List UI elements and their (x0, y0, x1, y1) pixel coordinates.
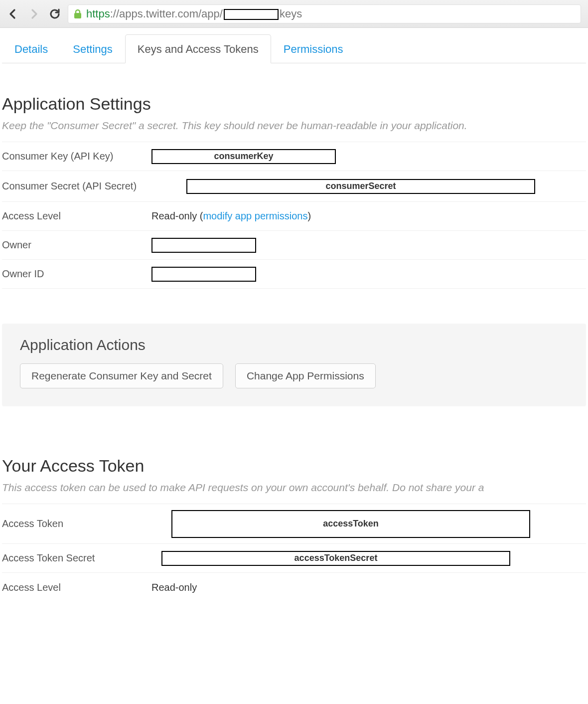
access-token-table: Access Token accessToken Access Token Se… (2, 504, 586, 602)
address-bar[interactable]: https://apps.twitter.com/app/keys (68, 4, 581, 23)
value-token-access-level: Read-only (151, 582, 586, 593)
tab-permissions[interactable]: Permissions (271, 34, 356, 63)
row-access-token: Access Token accessToken (2, 504, 586, 544)
application-settings-subtext: Keep the "Consumer Secret" a secret. Thi… (2, 120, 586, 132)
forward-icon[interactable] (28, 8, 40, 20)
row-token-access-level: Access Level Read-only (2, 573, 586, 602)
value-consumer-secret: consumerSecret (186, 179, 535, 194)
lock-icon (73, 9, 82, 19)
label-access-token: Access Token (2, 518, 171, 529)
label-token-access-level: Access Level (2, 582, 151, 593)
tab-details[interactable]: Details (2, 34, 60, 63)
access-level-text: Read-only ( (151, 210, 203, 222)
row-owner-id: Owner ID (2, 260, 586, 289)
value-access-token-secret: accessTokenSecret (161, 551, 510, 566)
row-access-level: Access Level Read-only (modify app permi… (2, 202, 586, 231)
access-token-section: Your Access Token This access token can … (2, 456, 586, 602)
regenerate-consumer-key-button[interactable]: Regenerate Consumer Key and Secret (20, 363, 223, 388)
label-access-level: Access Level (2, 210, 151, 222)
label-owner-id: Owner ID (2, 268, 151, 280)
url-prefix: ://apps.twitter.com/app/ (110, 7, 223, 20)
value-owner-id (151, 267, 256, 282)
svg-rect-0 (74, 13, 81, 18)
back-icon[interactable] (7, 8, 19, 20)
access-level-suffix: ) (307, 210, 311, 222)
application-settings-heading: Application Settings (2, 94, 586, 114)
value-owner (151, 238, 256, 253)
label-owner: Owner (2, 239, 151, 251)
application-settings-section: Application Settings Keep the "Consumer … (2, 94, 586, 406)
browser-chrome: https://apps.twitter.com/app/keys (0, 0, 588, 28)
tab-keys[interactable]: Keys and Access Tokens (125, 34, 271, 63)
row-consumer-key: Consumer Key (API Key) consumerKey (2, 142, 586, 171)
url-text: https://apps.twitter.com/app/keys (86, 7, 302, 20)
change-app-permissions-button[interactable]: Change App Permissions (235, 363, 376, 388)
application-actions-panel: Application Actions Regenerate Consumer … (2, 324, 586, 406)
application-actions-heading: Application Actions (20, 337, 568, 353)
tab-settings[interactable]: Settings (60, 34, 125, 63)
url-scheme: https (86, 7, 110, 20)
row-access-token-secret: Access Token Secret accessTokenSecret (2, 544, 586, 573)
value-access-level: Read-only (modify app permissions) (151, 210, 586, 222)
browser-nav (7, 8, 61, 20)
modify-app-permissions-link[interactable]: modify app permissions (203, 210, 307, 222)
access-token-subtext: This access token can be used to make AP… (2, 482, 586, 494)
value-consumer-key: consumerKey (151, 149, 336, 164)
label-consumer-secret: Consumer Secret (API Secret) (2, 180, 186, 192)
value-access-token: accessToken (171, 510, 530, 538)
url-redacted-app-id (224, 9, 279, 20)
url-suffix: keys (280, 7, 302, 20)
label-consumer-key: Consumer Key (API Key) (2, 151, 151, 162)
row-consumer-secret: Consumer Secret (API Secret) consumerSec… (2, 171, 586, 202)
reload-icon[interactable] (49, 8, 61, 20)
application-settings-table: Consumer Key (API Key) consumerKey Consu… (2, 142, 586, 289)
access-token-heading: Your Access Token (2, 456, 586, 476)
app-tabs: Details Settings Keys and Access Tokens … (2, 34, 586, 63)
row-owner: Owner (2, 231, 586, 260)
label-access-token-secret: Access Token Secret (2, 552, 161, 564)
